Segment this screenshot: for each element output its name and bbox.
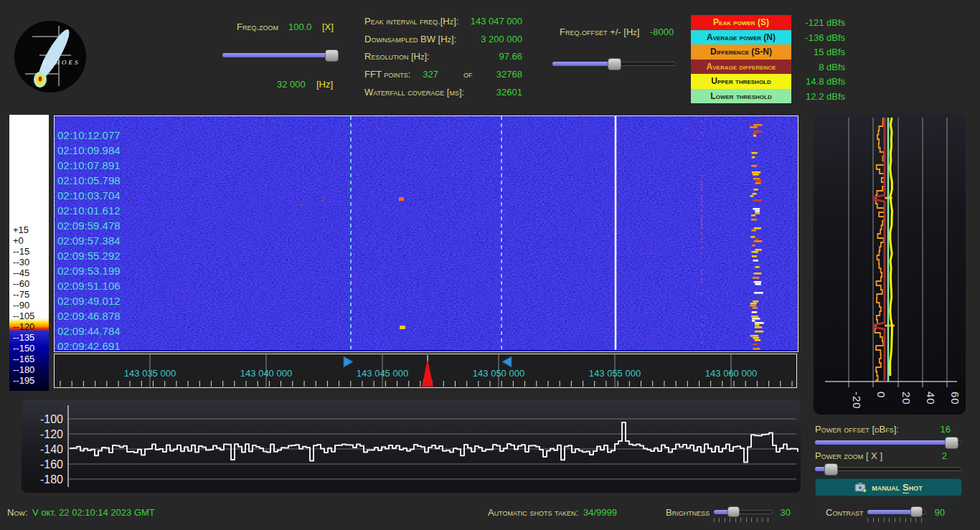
stat-coverage-value: 32601 [430,87,522,98]
power-offset-label: Power offset [dBfs]: [815,424,899,435]
power-axis-tick: 0 [875,392,887,398]
db-tick-label: -180 [40,473,63,486]
spectrum-trace [70,422,798,463]
colorbar-label: --135 [13,333,34,343]
freq-zoom-unit: [X] [322,22,334,32]
power-offset-value: 16 [922,424,951,435]
power-zoom-slider-handle[interactable] [824,463,838,475]
timestamp-label: 02:09:46.878 [57,310,121,322]
power-zoom-value: 2 [918,450,947,461]
freq-zoom-bw-unit: [Hz] [316,79,333,90]
interval-right-arrow[interactable] [502,356,512,367]
stat-peak-freq-value: 143 047 000 [430,16,522,27]
colorbar-label: --60 [13,279,29,289]
freq-tick-label: 143 060 000 [705,368,757,379]
stat-bw-value: 3 200 000 [430,34,522,44]
power-offset-slider-handle[interactable] [945,437,958,449]
freq-zoom-slider[interactable] [222,52,337,58]
timestamp-label: 02:10:12.077 [57,129,121,141]
contrast-label: Contrast [826,507,863,518]
now-datetime: V окт. 22 02:10:14 2023 GMT [32,507,155,518]
timestamp-label: 02:09:44.784 [57,325,121,337]
colorbar-label: --75 [13,290,29,300]
freq-zoom-label: Freq.zoom [237,22,278,32]
now-label: Now: [7,507,28,518]
contrast-slider-handle[interactable] [910,506,923,517]
power-zoom-slider[interactable] [815,466,962,472]
freq-tick-label: 143 035 000 [124,368,176,379]
timestamp-label: 02:09:59.478 [57,219,121,232]
freq-offset-slider[interactable] [552,61,676,67]
freq-tick-label: 143 055 000 [589,368,641,379]
colorbar-label: --150 [13,344,34,354]
brightness-label: Brightness [666,507,710,518]
upper-threshold-line [890,118,892,376]
db-tick-label: -140 [40,443,63,455]
colorbar-label: --195 [13,376,34,386]
timestamp-label: 02:10:03.704 [57,189,121,202]
spectrum-panel: -100 -120 -140 -160 -180 [22,399,801,493]
timestamp-label: 02:09:55.292 [57,250,121,262]
colorbar-label: --165 [13,354,34,364]
stat-fft-total: 32768 [466,69,522,80]
colorbar-label: +0 [13,236,24,246]
legend-average-difference-button[interactable]: Average difference [691,60,791,75]
waterfall-display[interactable]: 02:10:12.077 02:10:09.984 02:10:07.891 0… [54,115,798,352]
colorbar-label: +15 [13,225,29,235]
timestamp-label: 02:10:07.891 [57,159,121,171]
freq-tick-label: 143 050 000 [473,368,524,379]
trace-legend: Peak power (S) Average power (N) Differe… [691,15,791,103]
colorbar-label: --30 [13,257,29,268]
echoes-logo: ECHOES [14,20,87,93]
timestamp-label: 02:09:42.691 [57,340,121,350]
timestamp-label: 02:09:51.106 [57,280,121,292]
db-tick-label: -120 [40,428,63,440]
timestamp-label: 02:10:05.798 [57,174,121,186]
freq-offset-slider-handle[interactable] [608,58,621,70]
echoes-main-window: ECHOES Freq.zoom 100.0 [X] 32 000 [Hz] P… [0,0,980,530]
freq-offset-value: -8000 [650,27,674,37]
power-axis-tick: -20 [851,392,863,410]
peak-frequency-marker [422,359,433,387]
auto-shots-label: Automatic shots taken: [488,507,578,518]
brightness-value: 30 [773,507,791,518]
colorbar-label: --90 [13,301,29,311]
freq-zoom-value: 100.0 [288,22,312,32]
brightness-slider[interactable] [714,509,773,515]
colorbar-label: --120 [13,322,34,332]
event-dot-2 [400,326,405,329]
brightness-ticks [714,518,773,522]
colorbar-label: --180 [13,365,34,375]
contrast-ticks [867,518,926,522]
frequency-ruler[interactable]: 143 035 000 143 040 000 143 045 000 143 … [54,354,797,388]
legend-upper-threshold-button[interactable]: Upper threshold [691,74,791,89]
legend-peak-power-button[interactable]: Peak power (S) [691,15,791,30]
event-dot-1 [399,197,404,201]
upper-threshold-value: 14.8 dBfs [788,76,845,87]
stat-resolution-label: Resolution [Hz]: [364,51,430,62]
power-offset-slider[interactable] [815,440,962,445]
power-axis-tick: 60 [949,392,961,405]
timestamp-label: 02:10:09.984 [57,144,121,156]
average-difference-value: 8 dBfs [788,62,845,72]
manual-shot-button[interactable]: manual Shot [815,478,962,496]
legend-difference-button[interactable]: Difference (S-N) [691,44,791,60]
difference-trace [875,118,885,382]
manual-shot-label: manual Shot [872,482,922,493]
power-axis-tick: 40 [925,392,937,405]
freq-zoom-slider-handle[interactable] [325,49,339,62]
interval-left-arrow[interactable] [344,356,353,367]
auto-shots-value: 34/9999 [583,507,617,518]
contrast-slider[interactable] [867,509,926,515]
db-tick-label: -160 [40,458,63,470]
legend-average-power-button[interactable]: Average power (N) [691,30,791,45]
power-profile-panel: -20 0 20 40 60 [814,113,966,415]
db-tick-label: -100 [40,413,63,425]
colorbar-label: --15 [13,247,29,257]
legend-lower-threshold-button[interactable]: Lower threshold [691,89,791,104]
stat-resolution-value: 97.66 [430,51,522,62]
contrast-value: 90 [928,507,945,518]
freq-tick-label: 143 045 000 [357,368,408,379]
freq-tick-label: 143 040 000 [240,368,292,379]
brightness-slider-handle[interactable] [727,506,740,517]
